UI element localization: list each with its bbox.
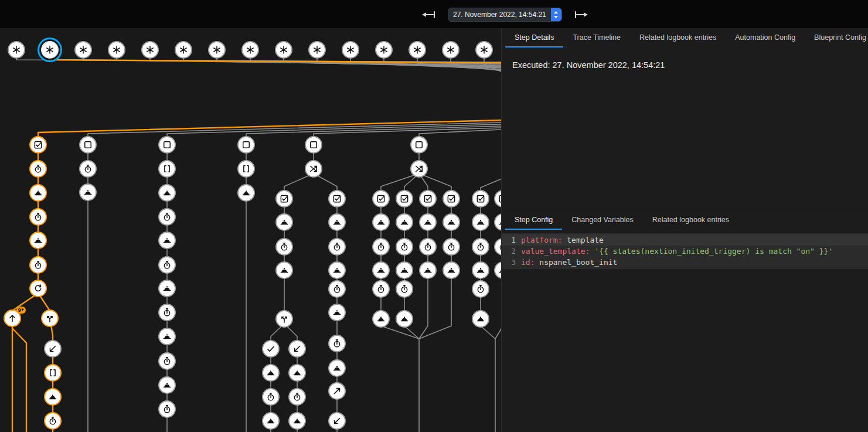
trace-node-square[interactable] [79,136,97,154]
trace-node-dome[interactable] [419,261,437,279]
trace-node-dome[interactable] [328,359,346,377]
trace-node-dome[interactable] [79,183,97,201]
trace-node-timer[interactable] [29,160,47,178]
trace-node-checkbox[interactable] [472,190,489,208]
trace-node-dome[interactable] [328,261,346,279]
trace-node-asterisk[interactable] [442,41,459,59]
trace-node-dome[interactable] [372,310,390,328]
previous-run-button[interactable] [420,8,437,21]
trace-node-dome[interactable] [237,184,255,202]
trace-node-asterisk[interactable] [74,41,92,59]
trace-node-dome[interactable] [396,213,413,231]
trace-node-timer[interactable] [396,280,413,298]
trace-node-dome[interactable] [29,184,47,202]
trace-node-repeat[interactable] [29,280,47,297]
trace-node-arrow-dl[interactable] [288,340,306,358]
trace-node-asterisk[interactable] [141,41,159,59]
trace-node-dome[interactable] [396,261,413,279]
trace-node-brackets[interactable] [237,160,255,178]
trace-node-timer[interactable] [158,400,176,418]
trace-node-dome[interactable] [158,232,176,249]
trace-node-dome[interactable] [275,261,293,279]
trace-node-dome[interactable] [275,213,293,231]
trace-node-timer[interactable] [472,280,489,298]
trace-node-choose[interactable] [410,160,428,178]
trace-node-timer[interactable] [328,335,346,352]
trace-node-dome[interactable] [158,376,176,394]
trace-node-split[interactable] [275,310,293,328]
trace-node-dome[interactable] [472,310,489,328]
next-run-button[interactable] [573,8,590,21]
trace-node-asterisk[interactable] [241,41,259,59]
trace-node-timer[interactable] [79,160,97,178]
trace-node-dome[interactable] [328,213,346,231]
tab-trace-timeline[interactable]: Trace Timeline [563,28,630,47]
trace-node-timer[interactable] [158,352,176,370]
trace-node-checkbox[interactable] [419,190,437,208]
trace-node-dome[interactable] [44,388,62,406]
trace-node-square[interactable] [158,136,176,154]
trace-node-asterisk[interactable] [108,41,125,59]
trace-node-timer[interactable] [158,208,176,226]
trace-node-choose[interactable] [305,160,322,178]
trace-node-asterisk[interactable] [409,41,426,59]
trace-node-checkbox[interactable] [442,190,460,208]
trace-node-dome[interactable] [288,412,306,430]
trace-node-dome[interactable] [262,412,280,430]
trace-node-dome[interactable] [442,261,460,279]
tab-changed-variables[interactable]: Changed Variables [562,210,642,230]
trace-node-dome[interactable] [29,232,47,249]
trace-node-asterisk[interactable] [8,41,25,59]
trace-node-checkbox[interactable] [275,190,293,208]
trace-node-dome[interactable] [328,304,346,321]
trace-node-square[interactable] [410,136,428,154]
trace-node-timer[interactable] [44,412,62,430]
trace-node-timer[interactable] [262,388,280,406]
tab-related-logbook-entries[interactable]: Related logbook entries [630,28,726,47]
trace-node-timer[interactable] [328,238,346,256]
run-select[interactable]: 27. November 2022, 14:54:21 [448,8,562,22]
trace-node-checkbox[interactable] [29,136,47,154]
trace-node-timer[interactable] [372,238,390,256]
trace-node-dome[interactable] [158,184,176,202]
tab-step-config[interactable]: Step Config [505,210,562,230]
trace-node-brackets[interactable] [158,160,176,178]
trace-node-timer[interactable] [419,238,437,256]
trace-node-dome[interactable] [472,213,489,231]
trace-node-asterisk[interactable] [175,41,192,59]
trace-node-square[interactable] [305,136,322,154]
trace-node-asterisk[interactable] [308,41,326,59]
trace-node-checkbox[interactable] [328,190,346,208]
trace-node-square[interactable] [237,136,255,154]
trace-node-timer[interactable] [328,280,346,298]
trace-node-checkbox[interactable] [396,190,413,208]
trace-node-timer[interactable] [29,256,47,274]
trace-node-dome[interactable] [158,328,176,345]
trace-node-arrow-dl[interactable] [44,340,62,358]
tab-step-details[interactable]: Step Details [505,28,563,47]
trace-node-asterisk[interactable] [342,41,359,59]
trace-node-split[interactable] [41,309,59,327]
trace-node-asterisk[interactable] [41,41,59,59]
trace-node-asterisk[interactable] [375,41,393,59]
trace-node-dome[interactable] [262,364,280,382]
trace-node-timer[interactable] [158,304,176,321]
trace-node-dome[interactable] [158,280,176,297]
trace-node-brackets[interactable] [44,364,62,382]
trace-node-timer[interactable] [288,388,306,406]
trace-node-asterisk[interactable] [475,41,493,59]
trace-node-dome[interactable] [288,364,306,382]
tab-blueprint-config[interactable]: Blueprint Config [805,28,868,47]
trace-node-dome[interactable] [372,261,390,279]
trace-node-dome[interactable] [472,261,489,279]
trace-node-timer[interactable] [29,208,47,226]
trace-node-checkbox[interactable] [372,190,390,208]
trace-node-dome[interactable] [396,310,413,328]
trace-node-asterisk[interactable] [275,41,292,59]
trace-node-asterisk[interactable] [208,41,226,59]
trace-node-timer[interactable] [442,238,460,256]
tab-related-logbook-entries[interactable]: Related logbook entries [643,210,738,230]
trace-node-arrow-ne[interactable] [328,382,346,400]
trace-node-check[interactable] [262,340,280,358]
trace-node-dome[interactable] [372,213,390,231]
